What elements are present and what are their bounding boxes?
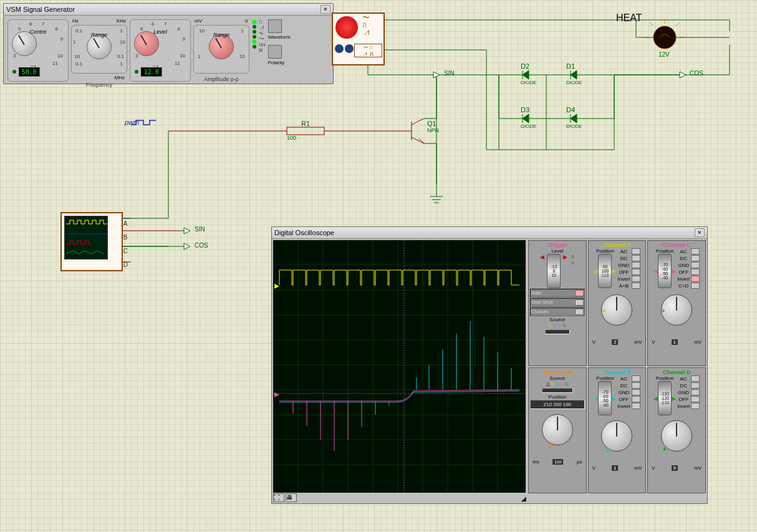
d2-label: D2: [521, 62, 529, 70]
scope-print-button[interactable]: 🖶: [286, 493, 297, 502]
d4-label: D4: [566, 106, 575, 114]
svg-line-27: [412, 118, 424, 125]
waveform-button[interactable]: [268, 19, 282, 33]
chc-position-wheel[interactable]: -70 -60 -50 -40: [658, 254, 672, 288]
r1-value: 100: [287, 135, 296, 141]
function-generator-component[interactable]: 〜 ⎍ ⩘ 〜 ⎍⩘ ⎍: [332, 12, 385, 65]
cha-right-icon[interactable]: ▶: [612, 268, 616, 274]
edge-falling-icon[interactable]: ⎍: [571, 260, 574, 266]
horizontal-scale-dial[interactable]: [542, 414, 573, 445]
fgen-knob-2[interactable]: [345, 44, 354, 53]
oscilloscope-title: Digital Oscilloscope: [274, 229, 334, 236]
heat-label: HEAT: [616, 12, 642, 24]
q1-label: Q1: [427, 120, 436, 127]
svg-marker-35: [184, 228, 190, 234]
resize-handle-icon[interactable]: ◢: [521, 495, 526, 502]
svg-marker-36: [184, 243, 190, 249]
svg-line-40: [676, 22, 680, 26]
signal-generator-title: VSM Signal Generator: [6, 6, 75, 13]
svg-marker-82: [274, 284, 279, 289]
scope-fullscreen-button[interactable]: ⛶: [273, 493, 284, 502]
channel-a-panel: Channel A Position ◀ 90 100 110 ▶: [588, 240, 647, 366]
channel-d-panel: Channel D Position ◀ -130 -120 -110 ▶: [647, 367, 706, 493]
chb-position-wheel[interactable]: -70 -60 -50 -40: [598, 381, 612, 415]
channel-b-panel: Channel B Position ◀ -70 -60 -50 -40: [588, 367, 647, 493]
channel-c-panel: Channel C Position ◀ -70 -60 -50 -40: [647, 240, 706, 366]
amp-range-dial[interactable]: [209, 34, 234, 59]
freq-range-dial[interactable]: [87, 34, 112, 59]
cos-probe-2: COS: [195, 242, 208, 249]
svg-marker-33: [433, 72, 440, 78]
level-dial[interactable]: [134, 31, 159, 56]
chd-value: 5: [672, 465, 678, 471]
cha-marker-icon: ▲: [601, 307, 607, 313]
signal-generator-titlebar: VSM Signal Generator ✕: [4, 4, 333, 16]
cha-left-icon[interactable]: ◀: [594, 268, 598, 274]
sin-probe-2: SIN: [195, 226, 205, 233]
hsrc-none-icon[interactable]: △: [546, 381, 550, 387]
r1-label: R1: [301, 120, 310, 127]
edge-rising-icon[interactable]: ⎍: [571, 254, 574, 260]
svg-marker-29: [419, 138, 424, 143]
chb-value: 1: [612, 465, 618, 471]
cha-position-wheel[interactable]: 90 100 110: [598, 254, 612, 288]
scope-screen[interactable]: [273, 240, 526, 493]
fgen-wave-select[interactable]: 〜 ⎍⩘ ⎍: [354, 44, 382, 57]
horizontal-position-readout[interactable]: 210 200 190: [530, 400, 585, 409]
svg-line-38: [650, 22, 653, 26]
polarity-button[interactable]: [268, 45, 282, 59]
centre-dial[interactable]: [12, 31, 37, 56]
horizontal-panel: Horizontal Source △ A B C D Position 210…: [528, 367, 587, 493]
cha-value: 2: [612, 339, 618, 345]
pwm-label: pwm: [125, 118, 139, 126]
oneshot-button[interactable]: [575, 299, 584, 306]
trig-left-icon[interactable]: ◀: [540, 254, 544, 288]
fgen-knob-1[interactable]: [335, 44, 344, 53]
level-readout: 12.0: [141, 67, 162, 77]
lamp-voltage: 12V: [658, 51, 670, 58]
scope-component[interactable]: A B C D: [60, 212, 123, 271]
chc-value: 1: [672, 339, 678, 345]
oscilloscope-titlebar: Digital Oscilloscope ✕: [272, 227, 707, 239]
d3-label: D3: [521, 106, 529, 114]
sine-wave-icon: 〜: [259, 36, 266, 42]
trig-right-icon[interactable]: ▶: [563, 254, 567, 288]
signal-generator-panel[interactable]: VSM Signal Generator ✕ 4 5 6 7 8 9 10 11…: [3, 3, 334, 84]
svg-rect-24: [287, 127, 324, 135]
trigger-panel: Trigger Level ◀ -10 0 10 ▶ ⎍ ⎍ Auto: [528, 240, 587, 366]
svg-marker-12: [571, 114, 577, 123]
svg-marker-8: [571, 70, 577, 79]
svg-marker-10: [523, 114, 529, 123]
source-slider[interactable]: [545, 329, 570, 334]
fgen-freq-dial[interactable]: [335, 16, 358, 39]
cursors-button[interactable]: [575, 309, 584, 315]
horizontal-value: 1m: [552, 459, 563, 465]
d1-label: D1: [566, 62, 575, 70]
chd-position-wheel[interactable]: -130 -120 -110: [658, 381, 672, 415]
saw-icon: ⩘: [362, 29, 370, 36]
svg-point-37: [653, 26, 676, 49]
svg-line-28: [412, 137, 424, 143]
centre-readout: 50.0: [19, 67, 40, 77]
oscilloscope-panel[interactable]: Digital Oscilloscope ✕: [271, 226, 708, 504]
scope-mini-screen: [64, 216, 108, 259]
cos-probe-1: COS: [690, 70, 703, 77]
svg-marker-34: [680, 72, 686, 78]
q1-type: NPN: [427, 127, 439, 133]
hsource-slider[interactable]: [542, 388, 573, 393]
close-button[interactable]: ✕: [321, 5, 330, 14]
svg-marker-83: [274, 392, 279, 397]
auto-button[interactable]: [575, 290, 584, 296]
scope-close-button[interactable]: ✕: [695, 228, 705, 237]
sin-probe-1: SIN: [444, 70, 455, 77]
trigger-level-wheel[interactable]: -10 0 10: [547, 254, 561, 288]
svg-marker-6: [523, 70, 529, 79]
chb-scale-dial[interactable]: [601, 420, 632, 452]
